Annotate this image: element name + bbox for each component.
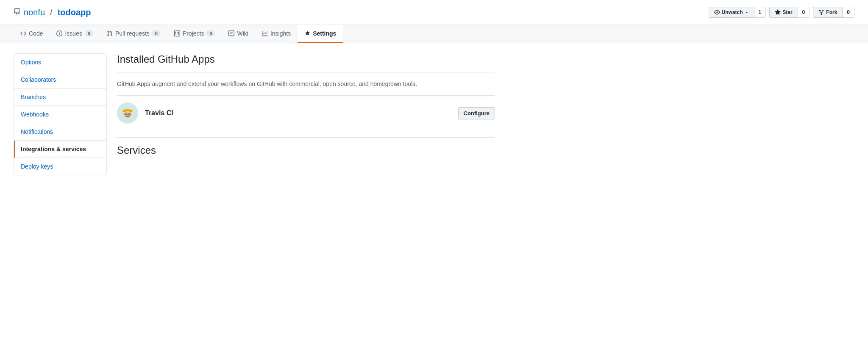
tab-code[interactable]: Code — [14, 25, 50, 43]
star-label: Star — [782, 9, 792, 15]
repo-title: nonfu / todoapp — [14, 8, 91, 17]
sidebar-item-notifications[interactable]: Notifications — [14, 123, 106, 141]
main-content: Options Collaborators Branches Webhooks … — [0, 43, 509, 186]
tab-issues-badge: 0 — [85, 30, 93, 37]
tab-projects-badge: 0 — [206, 30, 215, 37]
unwatch-count[interactable]: 1 — [754, 7, 766, 18]
tab-prs-badge: 0 — [152, 30, 161, 37]
star-count[interactable]: 0 — [798, 7, 810, 18]
repo-icon — [14, 8, 20, 17]
unwatch-button[interactable]: Unwatch — [709, 7, 754, 18]
tab-projects-label: Projects — [183, 30, 204, 37]
repo-actions: Unwatch 1 Star 0 Fork 0 — [705, 7, 854, 18]
fork-button[interactable]: Fork — [813, 7, 843, 18]
sidebar-item-options[interactable]: Options — [14, 54, 106, 71]
content-title: Installed GitHub Apps — [117, 53, 495, 65]
fork-group: Fork 0 — [813, 7, 854, 18]
sidebar-item-deploy-keys[interactable]: Deploy keys — [14, 158, 106, 175]
app-name-travis: Travis CI — [145, 109, 458, 117]
unwatch-group: Unwatch 1 — [709, 7, 766, 18]
tab-wiki-label: Wiki — [237, 30, 248, 37]
repo-header: nonfu / todoapp Unwatch 1 Star 0 — [0, 0, 868, 25]
repo-slash: / — [50, 8, 53, 17]
repo-owner[interactable]: nonfu — [24, 8, 45, 17]
svg-point-8 — [129, 114, 130, 114]
tab-code-label: Code — [29, 30, 43, 37]
sidebar-item-branches[interactable]: Branches — [14, 89, 106, 106]
fork-count[interactable]: 0 — [843, 7, 854, 18]
configure-button[interactable]: Configure — [458, 107, 495, 119]
svg-point-7 — [125, 114, 126, 114]
star-group: Star 0 — [769, 7, 810, 18]
repo-name[interactable]: todoapp — [58, 8, 91, 17]
tab-projects[interactable]: Projects 0 — [167, 25, 222, 43]
tab-issues-label: Issues — [65, 30, 82, 37]
tab-issues[interactable]: Issues 0 — [50, 25, 100, 43]
tab-prs-label: Pull requests — [115, 30, 150, 37]
sidebar-item-webhooks[interactable]: Webhooks — [14, 106, 106, 123]
content-divider — [117, 72, 495, 72]
services-divider — [117, 137, 495, 138]
star-button[interactable]: Star — [769, 7, 798, 18]
settings-sidebar: Options Collaborators Branches Webhooks … — [14, 53, 107, 175]
tab-settings-label: Settings — [313, 30, 336, 37]
app-avatar-travis — [117, 103, 138, 124]
tab-settings[interactable]: Settings — [298, 25, 343, 43]
sidebar-item-integrations[interactable]: Integrations & services — [14, 141, 106, 158]
tab-insights[interactable]: Insights — [255, 25, 298, 43]
fork-label: Fork — [826, 9, 837, 15]
sidebar-item-collaborators[interactable]: Collaborators — [14, 71, 106, 89]
settings-content: Installed GitHub Apps GitHub Apps augmen… — [117, 53, 495, 175]
services-title: Services — [117, 144, 495, 156]
tab-insights-label: Insights — [270, 30, 291, 37]
unwatch-label: Unwatch — [722, 9, 743, 15]
content-description: GitHub Apps augment and extend your work… — [117, 79, 495, 89]
tab-wiki[interactable]: Wiki — [222, 25, 255, 43]
app-item-travis: Travis CI Configure — [117, 95, 495, 130]
repo-nav: Code Issues 0 Pull requests 0 Projects 0… — [0, 25, 868, 43]
tab-pull-requests[interactable]: Pull requests 0 — [100, 25, 167, 43]
